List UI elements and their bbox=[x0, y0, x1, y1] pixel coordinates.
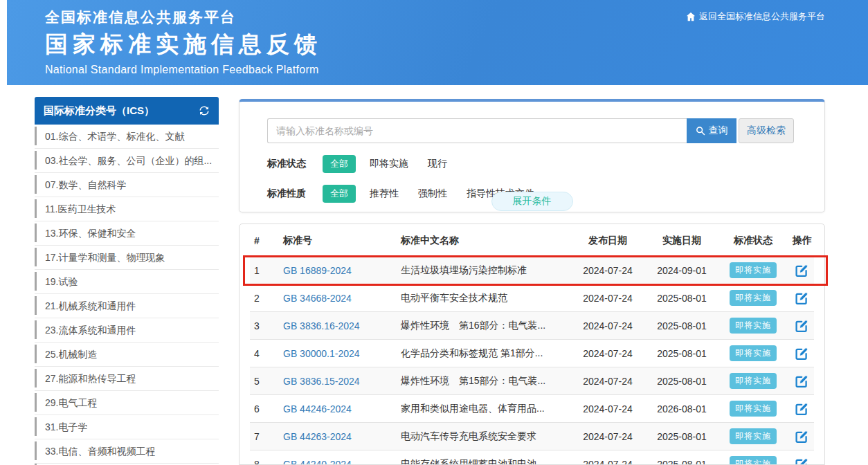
implement-date: 2025-08-01 bbox=[646, 340, 718, 367]
standard-code-link[interactable]: GB 30000.1-2024 bbox=[283, 348, 360, 359]
brand-block: 全国标准信息公共服务平台 国家标准实施信息反馈 National Standar… bbox=[45, 8, 322, 76]
filter-label: 标准状态 bbox=[267, 158, 306, 170]
sidebar-item[interactable]: 27.能源和热传导工程 bbox=[35, 367, 219, 391]
sidebar-item[interactable]: 03.社会学、服务、公司（企业）的组... bbox=[35, 149, 219, 173]
standard-name: 化学品分类和标签规范 第1部分... bbox=[397, 340, 570, 367]
standards-table: #标准号标准中文名称发布日期实施日期标准状态操作 1GB 16889-2024生… bbox=[250, 224, 814, 465]
refresh-icon[interactable] bbox=[199, 105, 210, 116]
row-index: 6 bbox=[250, 395, 279, 423]
status-badge: 即将实施 bbox=[730, 290, 777, 306]
edit-icon[interactable] bbox=[795, 347, 808, 361]
filter-option-selected[interactable]: 全部 bbox=[323, 185, 356, 203]
filter-option[interactable]: 现行 bbox=[428, 158, 447, 170]
home-icon bbox=[686, 12, 696, 21]
sidebar-item[interactable]: 23.流体系统和通用件 bbox=[35, 318, 219, 343]
publish-date: 2024-07-24 bbox=[570, 395, 646, 423]
column-header: 标准号 bbox=[279, 224, 397, 257]
standard-code-link[interactable]: GB 34668-2024 bbox=[283, 293, 352, 304]
column-header: 发布日期 bbox=[570, 224, 646, 257]
status-badge: 即将实施 bbox=[730, 401, 777, 417]
expand-conditions-button[interactable]: 展开条件 bbox=[491, 192, 573, 211]
advanced-search-button[interactable]: 高级检索 bbox=[739, 118, 794, 143]
standard-code-link[interactable]: GB 3836.15-2024 bbox=[283, 376, 360, 387]
row-index: 3 bbox=[250, 312, 279, 340]
column-header: 标准状态 bbox=[718, 224, 788, 257]
column-header: 实施日期 bbox=[646, 224, 718, 257]
sidebar-item[interactable]: 19.试验 bbox=[35, 270, 219, 294]
table-row: 4GB 30000.1-2024化学品分类和标签规范 第1部分...2024-0… bbox=[250, 340, 814, 367]
sidebar-item[interactable]: 29.电气工程 bbox=[35, 391, 219, 415]
table-row: 1GB 16889-2024生活垃圾填埋场污染控制标准2024-07-24202… bbox=[250, 257, 814, 284]
status-badge: 即将实施 bbox=[730, 456, 777, 465]
filter-option-selected[interactable]: 全部 bbox=[323, 155, 356, 173]
standard-code-link[interactable]: GB 44246-2024 bbox=[283, 403, 352, 414]
status-badge: 即将实施 bbox=[730, 318, 777, 334]
implement-date: 2026-08-01 bbox=[646, 395, 718, 423]
sidebar-item[interactable]: 17.计量学和测量、物理现象 bbox=[35, 246, 219, 270]
query-button[interactable]: 查询 bbox=[687, 118, 736, 143]
standard-name: 电动汽车传导充电系统安全要求 bbox=[397, 423, 570, 450]
sidebar-item[interactable]: 01.综合、术语学、标准化、文献 bbox=[35, 125, 219, 149]
publish-date: 2024-07-24 bbox=[570, 284, 646, 312]
publish-date: 2024-07-24 bbox=[570, 450, 646, 465]
search-input[interactable] bbox=[267, 118, 687, 143]
implement-date: 2025-08-01 bbox=[646, 450, 718, 465]
implement-date: 2025-08-01 bbox=[646, 284, 718, 312]
table-row: 8GB 44240-2024电能存储系统用锂蓄电池和电池...2024-07-2… bbox=[250, 450, 814, 465]
publish-date: 2024-07-24 bbox=[570, 340, 646, 367]
table-row: 5GB 3836.15-2024爆炸性环境 第15部分：电气装...2024-0… bbox=[250, 367, 814, 395]
sidebar-item[interactable]: 21.机械系统和通用件 bbox=[35, 294, 219, 318]
standard-code-link[interactable]: GB 44263-2024 bbox=[283, 431, 352, 442]
back-home-link[interactable]: 返回全国标准信息公共服务平台 bbox=[686, 10, 825, 23]
edit-icon[interactable] bbox=[795, 319, 808, 333]
implement-date: 2024-09-01 bbox=[646, 257, 718, 284]
standard-code-link[interactable]: GB 16889-2024 bbox=[283, 265, 352, 276]
edit-icon[interactable] bbox=[795, 430, 808, 444]
sidebar-item[interactable]: 07.数学、自然科学 bbox=[35, 173, 219, 197]
standard-name: 爆炸性环境 第15部分：电气装... bbox=[397, 367, 570, 395]
edit-icon[interactable] bbox=[795, 457, 808, 465]
table-row: 6GB 44246-2024家用和类似用途电器、体育用品...2024-07-2… bbox=[250, 395, 814, 423]
sidebar-item[interactable]: 13.环保、保健和安全 bbox=[35, 221, 219, 246]
sidebar-item[interactable]: 31.电子学 bbox=[35, 415, 219, 439]
edit-icon[interactable] bbox=[795, 264, 808, 277]
column-header: 操作 bbox=[788, 224, 814, 257]
sidebar-item[interactable]: 33.电信、音频和视频工程 bbox=[35, 439, 219, 464]
sidebar-item[interactable]: 11.医药卫生技术 bbox=[35, 197, 219, 221]
row-index: 8 bbox=[250, 450, 279, 465]
row-index: 1 bbox=[250, 257, 279, 284]
sidebar-item[interactable]: 25.机械制造 bbox=[35, 343, 219, 367]
edit-icon[interactable] bbox=[795, 374, 808, 388]
status-badge: 即将实施 bbox=[730, 345, 777, 361]
results-panel: #标准号标准中文名称发布日期实施日期标准状态操作 1GB 16889-2024生… bbox=[239, 224, 825, 465]
search-panel: 查询 高级检索 标准状态全部即将实施现行标准性质全部推荐性强制性指导性技术文件 … bbox=[239, 99, 825, 212]
status-badge: 即将实施 bbox=[730, 373, 777, 389]
standard-name: 生活垃圾填埋场污染控制标准 bbox=[397, 257, 570, 284]
status-badge: 即将实施 bbox=[730, 262, 777, 278]
edit-icon[interactable] bbox=[795, 291, 808, 305]
table-header-row: #标准号标准中文名称发布日期实施日期标准状态操作 bbox=[250, 224, 814, 257]
implement-date: 2025-08-01 bbox=[646, 423, 718, 450]
standard-name: 电动平衡车安全技术规范 bbox=[397, 284, 570, 312]
standard-name: 电能存储系统用锂蓄电池和电池... bbox=[397, 450, 570, 465]
filter-option[interactable]: 即将实施 bbox=[370, 158, 408, 170]
ics-sidebar: 国际标准分类号（ICS） 01.综合、术语学、标准化、文献03.社会学、服务、公… bbox=[35, 97, 219, 465]
table-row: 3GB 3836.16-2024爆炸性环境 第16部分：电气装...2024-0… bbox=[250, 312, 814, 340]
filter-label: 标准性质 bbox=[267, 188, 306, 200]
sidebar-header: 国际标准分类号（ICS） bbox=[35, 97, 219, 125]
publish-date: 2024-07-24 bbox=[570, 257, 646, 284]
edit-icon[interactable] bbox=[795, 402, 808, 416]
filter-option[interactable]: 强制性 bbox=[418, 188, 447, 200]
filter-option[interactable]: 推荐性 bbox=[370, 188, 399, 200]
standard-name: 家用和类似用途电器、体育用品... bbox=[397, 395, 570, 423]
header-banner: 全国标准信息公共服务平台 国家标准实施信息反馈 National Standar… bbox=[7, 0, 868, 85]
standard-code-link[interactable]: GB 44240-2024 bbox=[283, 459, 352, 465]
table-row: 2GB 34668-2024电动平衡车安全技术规范2024-07-242025-… bbox=[250, 284, 814, 312]
row-index: 4 bbox=[250, 340, 279, 367]
implement-date: 2025-08-01 bbox=[646, 312, 718, 340]
page-title: 国家标准实施信息反馈 bbox=[45, 29, 322, 60]
search-icon bbox=[696, 126, 705, 136]
standard-code-link[interactable]: GB 3836.16-2024 bbox=[283, 320, 360, 331]
search-bar: 查询 高级检索 bbox=[267, 118, 794, 143]
sidebar-title: 国际标准分类号（ICS） bbox=[44, 104, 154, 118]
